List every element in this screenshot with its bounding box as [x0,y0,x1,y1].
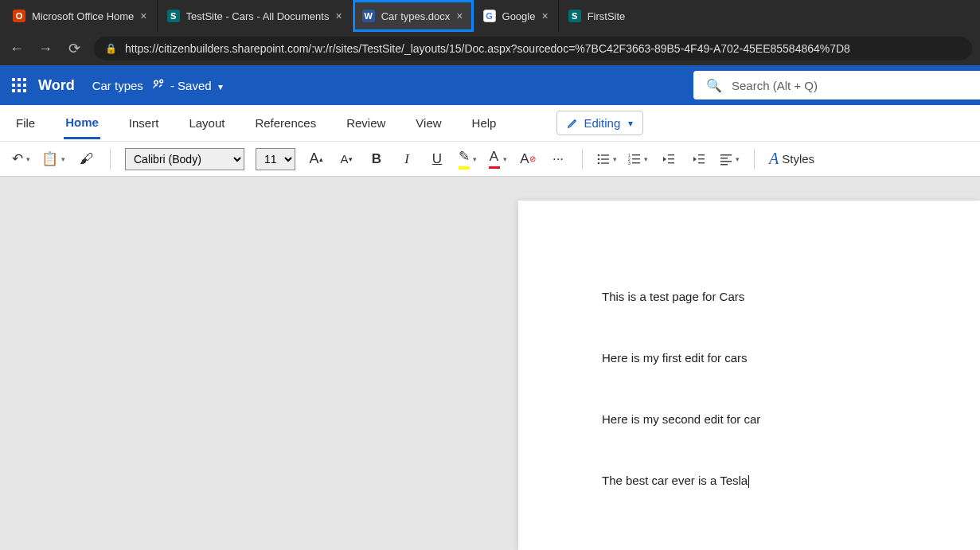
browser-tab-office[interactable]: O Microsoft Office Home × [3,0,158,32]
ribbon-tab-references[interactable]: References [253,108,318,138]
numbering-icon: 123 [628,153,641,166]
svg-rect-31 [720,161,732,162]
svg-rect-23 [668,154,674,155]
svg-rect-16 [601,162,609,163]
paragraph[interactable]: This is a test page for Cars [602,288,980,305]
svg-rect-22 [632,162,640,163]
app-launcher-button[interactable] [0,66,38,104]
svg-rect-7 [18,89,21,92]
share-icon[interactable] [151,76,166,94]
svg-rect-12 [601,154,609,155]
svg-rect-1 [18,78,21,81]
sharepoint-favicon-icon: S [167,10,180,22]
pencil-icon [567,117,579,129]
svg-rect-3 [12,84,15,87]
svg-rect-24 [668,158,674,159]
highlight-button[interactable]: ✎ [458,147,477,171]
svg-rect-25 [668,162,674,163]
document-canvas[interactable]: This is a test page for Cars Here is my … [0,177,980,550]
align-button[interactable] [720,147,740,171]
underline-button[interactable]: U [428,147,447,171]
browser-tab-word-active[interactable]: W Car types.docx × [353,0,474,32]
browser-tab-google[interactable]: G Google × [474,0,559,32]
ribbon-tab-file[interactable]: File [14,108,37,138]
browser-address-bar: ← → ⟳ 🔒 https://citizenbuilders.sharepoi… [0,32,980,65]
tab-title: TestSite - Cars - All Documents [186,10,330,22]
ribbon-tab-insert[interactable]: Insert [127,108,161,138]
svg-rect-26 [698,154,705,155]
document-page[interactable]: This is a test page for Cars Here is my … [518,201,980,550]
styles-button[interactable]: AStyles [769,147,814,171]
svg-rect-28 [698,162,705,163]
svg-rect-4 [18,84,21,87]
back-button[interactable]: ← [8,40,25,57]
ribbon-commands: ↶ 📋 🖌 Calibri (Body) 11 A▴ A▾ B I U ✎ A … [0,142,980,177]
svg-point-10 [160,80,163,83]
indent-icon [693,153,705,166]
google-favicon-icon: G [483,10,496,22]
italic-button[interactable]: I [397,147,416,171]
ribbon-tab-layout[interactable]: Layout [187,108,226,138]
editing-mode-button[interactable]: Editing ▾ [556,111,643,135]
undo-button[interactable]: ↶ [11,147,30,171]
numbering-button[interactable]: 123 [628,147,648,171]
font-name-select[interactable]: Calibri (Body) [125,148,244,170]
format-painter-button[interactable]: 🖌 [76,147,96,171]
separator [754,149,755,170]
forward-button[interactable]: → [37,40,54,57]
bullets-button[interactable] [597,147,617,171]
ribbon-tab-help[interactable]: Help [470,108,498,138]
separator [110,149,111,170]
ribbon-tab-view[interactable]: View [414,108,443,138]
close-tab-icon[interactable]: × [140,10,146,22]
bold-button[interactable]: B [367,147,386,171]
tab-title: Google [502,10,536,22]
search-box[interactable]: 🔍 Search (Alt + Q) [693,71,980,99]
clear-formatting-button[interactable]: A⊘ [518,147,537,171]
shrink-font-button[interactable]: A▾ [337,147,356,171]
svg-rect-5 [23,84,26,87]
word-favicon-icon: W [362,10,375,22]
grow-font-button[interactable]: A▴ [306,147,326,171]
svg-rect-18 [632,154,640,155]
svg-rect-6 [12,89,15,92]
ribbon-tabs: File Home Insert Layout References Revie… [0,105,980,142]
url-field[interactable]: 🔒 https://citizenbuilders.sharepoint.com… [94,37,972,60]
close-tab-icon[interactable]: × [456,10,463,22]
search-icon: 🔍 [706,78,722,93]
close-tab-icon[interactable]: × [335,10,342,22]
waffle-icon [11,77,27,93]
font-color-button[interactable]: A [488,147,507,171]
outdent-icon [662,153,675,166]
svg-rect-2 [23,78,26,81]
chevron-down-icon: ▾ [218,81,223,92]
svg-rect-27 [698,158,705,159]
browser-tab-firstsite[interactable]: S FirstSite [559,0,635,32]
tab-title: Microsoft Office Home [32,10,134,22]
ribbon-tab-review[interactable]: Review [345,108,387,138]
paragraph[interactable]: The best car ever is a Tesla [602,472,980,489]
decrease-indent-button[interactable] [659,147,678,171]
more-font-button[interactable]: ··· [549,147,568,171]
paragraph[interactable]: Here is my first edit for cars [602,349,980,366]
tab-title: FirstSite [588,10,626,22]
svg-point-9 [154,80,158,84]
svg-rect-20 [632,158,640,159]
word-header: Word Car types - Saved ▾ 🔍 Search (Alt +… [0,65,980,105]
app-name: Word [38,77,75,94]
reload-button[interactable]: ⟳ [65,40,83,57]
browser-tab-sharepoint[interactable]: S TestSite - Cars - All Documents × [158,0,353,32]
font-size-select[interactable]: 11 [256,148,295,170]
svg-text:3: 3 [628,161,631,166]
ribbon-tab-home[interactable]: Home [64,107,100,139]
svg-rect-0 [12,78,15,81]
close-tab-icon[interactable]: × [541,10,548,22]
paragraph[interactable]: Here is my second edit for car [602,411,980,427]
bullets-icon [597,153,610,166]
svg-point-15 [598,162,600,164]
svg-rect-8 [23,89,26,92]
document-title[interactable]: Car types [92,79,143,92]
increase-indent-button[interactable] [689,147,709,171]
save-state[interactable]: - Saved ▾ [170,79,223,92]
paste-button[interactable]: 📋 [41,147,65,171]
